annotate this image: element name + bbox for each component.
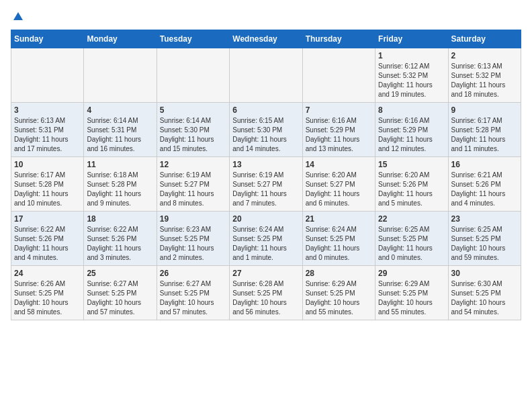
weekday-row: SundayMondayTuesdayWednesdayThursdayFrid… [11, 30, 521, 48]
cell-sun-info: Sunrise: 6:14 AM Sunset: 5:30 PM Dayligh… [160, 116, 226, 154]
day-number: 11 [87, 160, 153, 169]
calendar-cell: 24Sunrise: 6:26 AM Sunset: 5:25 PM Dayli… [11, 266, 84, 320]
cell-sun-info: Sunrise: 6:18 AM Sunset: 5:28 PM Dayligh… [87, 171, 153, 208]
calendar-cell: 9Sunrise: 6:17 AM Sunset: 5:28 PM Daylig… [448, 103, 521, 157]
day-number: 5 [160, 105, 226, 115]
day-number: 23 [451, 214, 518, 224]
calendar-cell: 1Sunrise: 6:12 AM Sunset: 5:32 PM Daylig… [375, 48, 448, 103]
cell-sun-info: Sunrise: 6:30 AM Sunset: 5:25 PM Dayligh… [451, 279, 518, 317]
cell-sun-info: Sunrise: 6:24 AM Sunset: 5:25 PM Dayligh… [232, 225, 299, 263]
weekday-header-monday: Monday [84, 30, 157, 48]
calendar-cell: 21Sunrise: 6:24 AM Sunset: 5:25 PM Dayli… [302, 212, 375, 266]
calendar-cell [302, 48, 375, 103]
day-number: 12 [160, 160, 226, 169]
day-number: 26 [160, 269, 226, 278]
logo-icon [12, 11, 24, 23]
cell-sun-info: Sunrise: 6:13 AM Sunset: 5:32 PM Dayligh… [451, 62, 518, 99]
cell-sun-info: Sunrise: 6:19 AM Sunset: 5:27 PM Dayligh… [160, 171, 226, 208]
cell-sun-info: Sunrise: 6:12 AM Sunset: 5:32 PM Dayligh… [378, 62, 445, 99]
day-number: 30 [451, 269, 518, 278]
calendar-cell: 26Sunrise: 6:27 AM Sunset: 5:25 PM Dayli… [157, 266, 229, 320]
cell-sun-info: Sunrise: 6:20 AM Sunset: 5:27 PM Dayligh… [306, 171, 372, 208]
cell-sun-info: Sunrise: 6:29 AM Sunset: 5:25 PM Dayligh… [306, 279, 372, 317]
cell-sun-info: Sunrise: 6:22 AM Sunset: 5:26 PM Dayligh… [14, 225, 81, 263]
calendar-cell: 6Sunrise: 6:15 AM Sunset: 5:30 PM Daylig… [230, 103, 302, 157]
day-number: 27 [232, 269, 299, 278]
calendar-cell: 13Sunrise: 6:19 AM Sunset: 5:27 PM Dayli… [230, 157, 302, 212]
calendar-body: 1Sunrise: 6:12 AM Sunset: 5:32 PM Daylig… [11, 48, 521, 320]
calendar-cell: 8Sunrise: 6:16 AM Sunset: 5:29 PM Daylig… [375, 103, 448, 157]
cell-sun-info: Sunrise: 6:14 AM Sunset: 5:31 PM Dayligh… [87, 116, 153, 154]
calendar-cell: 25Sunrise: 6:27 AM Sunset: 5:25 PM Dayli… [84, 266, 157, 320]
header [11, 11, 521, 23]
day-number: 9 [451, 105, 518, 115]
day-number: 6 [232, 105, 299, 115]
calendar-cell: 17Sunrise: 6:22 AM Sunset: 5:26 PM Dayli… [11, 212, 84, 266]
day-number: 4 [87, 105, 153, 115]
calendar-row-4: 24Sunrise: 6:26 AM Sunset: 5:25 PM Dayli… [11, 266, 521, 320]
calendar-row-1: 3Sunrise: 6:13 AM Sunset: 5:31 PM Daylig… [11, 103, 521, 157]
calendar-cell [84, 48, 157, 103]
day-number: 29 [378, 269, 445, 278]
calendar-cell: 15Sunrise: 6:20 AM Sunset: 5:26 PM Dayli… [375, 157, 448, 212]
calendar-row-3: 17Sunrise: 6:22 AM Sunset: 5:26 PM Dayli… [11, 212, 521, 266]
cell-sun-info: Sunrise: 6:28 AM Sunset: 5:25 PM Dayligh… [232, 279, 299, 317]
day-number: 7 [306, 105, 372, 115]
cell-sun-info: Sunrise: 6:23 AM Sunset: 5:25 PM Dayligh… [160, 225, 226, 263]
calendar-cell: 11Sunrise: 6:18 AM Sunset: 5:28 PM Dayli… [84, 157, 157, 212]
weekday-header-saturday: Saturday [448, 30, 521, 48]
day-number: 20 [232, 214, 299, 224]
weekday-header-wednesday: Wednesday [230, 30, 302, 48]
calendar-cell: 10Sunrise: 6:17 AM Sunset: 5:28 PM Dayli… [11, 157, 84, 212]
calendar-cell [157, 48, 229, 103]
weekday-header-friday: Friday [375, 30, 448, 48]
cell-sun-info: Sunrise: 6:22 AM Sunset: 5:26 PM Dayligh… [87, 225, 153, 263]
logo [11, 11, 24, 23]
day-number: 15 [378, 160, 445, 169]
weekday-header-thursday: Thursday [302, 30, 375, 48]
day-number: 8 [378, 105, 445, 115]
calendar-cell: 2Sunrise: 6:13 AM Sunset: 5:32 PM Daylig… [448, 48, 521, 103]
cell-sun-info: Sunrise: 6:25 AM Sunset: 5:25 PM Dayligh… [451, 225, 518, 263]
cell-sun-info: Sunrise: 6:27 AM Sunset: 5:25 PM Dayligh… [160, 279, 226, 317]
calendar-cell: 20Sunrise: 6:24 AM Sunset: 5:25 PM Dayli… [230, 212, 302, 266]
cell-sun-info: Sunrise: 6:13 AM Sunset: 5:31 PM Dayligh… [14, 116, 81, 154]
calendar-cell [230, 48, 302, 103]
cell-sun-info: Sunrise: 6:27 AM Sunset: 5:25 PM Dayligh… [87, 279, 153, 317]
calendar-cell: 7Sunrise: 6:16 AM Sunset: 5:29 PM Daylig… [302, 103, 375, 157]
day-number: 28 [306, 269, 372, 278]
cell-sun-info: Sunrise: 6:16 AM Sunset: 5:29 PM Dayligh… [378, 116, 445, 154]
calendar-cell: 19Sunrise: 6:23 AM Sunset: 5:25 PM Dayli… [157, 212, 229, 266]
cell-sun-info: Sunrise: 6:17 AM Sunset: 5:28 PM Dayligh… [14, 171, 81, 208]
calendar-table: SundayMondayTuesdayWednesdayThursdayFrid… [11, 30, 521, 320]
calendar-cell: 23Sunrise: 6:25 AM Sunset: 5:25 PM Dayli… [448, 212, 521, 266]
calendar-cell: 30Sunrise: 6:30 AM Sunset: 5:25 PM Dayli… [448, 266, 521, 320]
cell-sun-info: Sunrise: 6:21 AM Sunset: 5:26 PM Dayligh… [451, 171, 518, 208]
cell-sun-info: Sunrise: 6:26 AM Sunset: 5:25 PM Dayligh… [14, 279, 81, 317]
day-number: 21 [306, 214, 372, 224]
cell-sun-info: Sunrise: 6:20 AM Sunset: 5:26 PM Dayligh… [378, 171, 445, 208]
calendar-cell: 14Sunrise: 6:20 AM Sunset: 5:27 PM Dayli… [302, 157, 375, 212]
svg-marker-0 [13, 12, 23, 20]
weekday-header-sunday: Sunday [11, 30, 84, 48]
calendar-cell: 16Sunrise: 6:21 AM Sunset: 5:26 PM Dayli… [448, 157, 521, 212]
calendar-cell [11, 48, 84, 103]
calendar-cell: 22Sunrise: 6:25 AM Sunset: 5:25 PM Dayli… [375, 212, 448, 266]
day-number: 17 [14, 214, 81, 224]
calendar-cell: 29Sunrise: 6:29 AM Sunset: 5:25 PM Dayli… [375, 266, 448, 320]
calendar-header: SundayMondayTuesdayWednesdayThursdayFrid… [11, 30, 521, 48]
day-number: 25 [87, 269, 153, 278]
day-number: 16 [451, 160, 518, 169]
day-number: 18 [87, 214, 153, 224]
day-number: 2 [451, 51, 518, 60]
calendar-cell: 28Sunrise: 6:29 AM Sunset: 5:25 PM Dayli… [302, 266, 375, 320]
day-number: 3 [14, 105, 81, 115]
cell-sun-info: Sunrise: 6:24 AM Sunset: 5:25 PM Dayligh… [306, 225, 372, 263]
calendar-cell: 5Sunrise: 6:14 AM Sunset: 5:30 PM Daylig… [157, 103, 229, 157]
cell-sun-info: Sunrise: 6:16 AM Sunset: 5:29 PM Dayligh… [306, 116, 372, 154]
calendar-row-2: 10Sunrise: 6:17 AM Sunset: 5:28 PM Dayli… [11, 157, 521, 212]
cell-sun-info: Sunrise: 6:17 AM Sunset: 5:28 PM Dayligh… [451, 116, 518, 154]
day-number: 14 [306, 160, 372, 169]
cell-sun-info: Sunrise: 6:29 AM Sunset: 5:25 PM Dayligh… [378, 279, 445, 317]
cell-sun-info: Sunrise: 6:15 AM Sunset: 5:30 PM Dayligh… [232, 116, 299, 154]
